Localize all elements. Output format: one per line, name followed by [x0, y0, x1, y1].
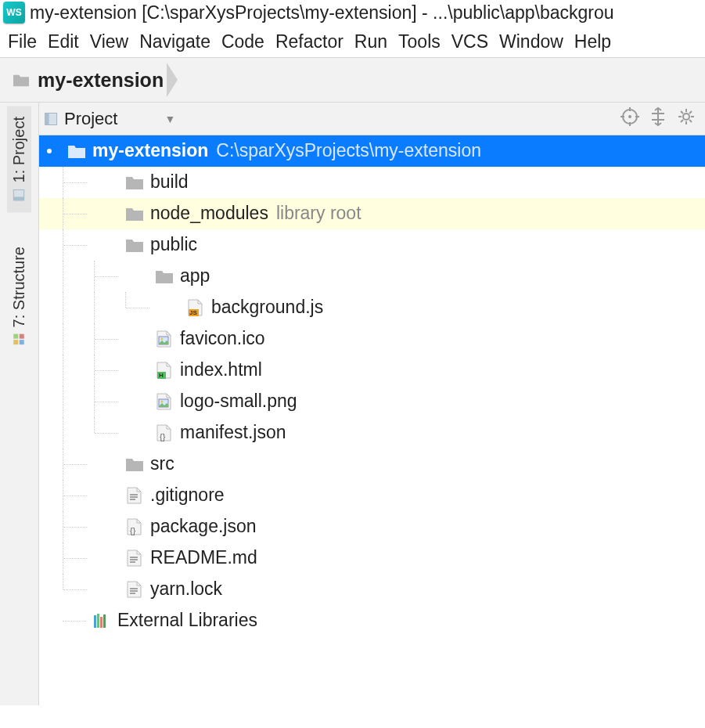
tree-node-file[interactable]: .gitignore — [39, 480, 705, 511]
tree-node-label: index.html — [180, 355, 262, 385]
image-file-icon — [155, 330, 174, 348]
menu-file[interactable]: File — [5, 30, 40, 54]
menu-tools[interactable]: Tools — [395, 30, 444, 54]
tree-node-label: package.json — [150, 511, 257, 542]
html-file-icon — [155, 362, 174, 379]
libraries-icon — [92, 612, 111, 629]
tree-node-file[interactable]: logo-small.png — [39, 386, 705, 417]
project-view-icon — [44, 111, 59, 127]
window-titlebar: WS my-extension [C:\sparXysProjects\my-e… — [0, 0, 705, 27]
menu-view[interactable]: View — [87, 30, 131, 54]
app-logo-icon: WS — [3, 2, 25, 23]
tree-node-label: manifest.json — [180, 417, 286, 448]
folder-icon — [125, 236, 144, 254]
folder-icon — [125, 174, 144, 191]
tree-node-path: C:\sparXysProjects\my-extension — [216, 135, 481, 166]
selection-marker-icon — [47, 149, 52, 153]
tree-node-file[interactable]: README.md — [39, 542, 705, 574]
tree-node-file[interactable]: index.html — [39, 355, 705, 386]
menu-navigate[interactable]: Navigate — [136, 30, 214, 54]
json-file-icon — [125, 518, 144, 535]
tree-node-folder[interactable]: src — [39, 449, 705, 480]
tree-node-folder[interactable]: app — [39, 261, 705, 292]
navigation-bar: my-extension — [0, 57, 705, 103]
tree-node-file[interactable]: yarn.lock — [39, 574, 705, 605]
breadcrumb-chevron-icon — [167, 63, 178, 97]
text-file-icon — [125, 487, 144, 504]
window-title: my-extension [C:\sparXysProjects\my-exte… — [30, 2, 614, 23]
tool-tab-label: 1: Project — [10, 117, 28, 182]
tree-node-folder[interactable]: build — [39, 167, 705, 198]
scroll-from-source-icon[interactable] — [616, 107, 644, 131]
folder-icon — [125, 205, 144, 222]
json-file-icon — [155, 424, 174, 441]
collapse-all-icon[interactable] — [644, 107, 672, 131]
tree-node-folder[interactable]: node_modules library root — [39, 198, 705, 229]
project-icon — [13, 187, 27, 201]
project-panel-header: Project ▼ — [39, 103, 705, 135]
menu-refactor[interactable]: Refactor — [272, 30, 347, 54]
tree-node-label: .gitignore — [150, 480, 225, 510]
project-tree[interactable]: my-extension C:\sparXysProjects\my-exten… — [39, 135, 705, 636]
tree-node-label: app — [180, 261, 210, 291]
menu-code[interactable]: Code — [218, 30, 268, 54]
tree-node-external-libraries[interactable]: External Libraries — [39, 605, 705, 636]
project-tool-window: Project ▼ my-extension C:\sparXysProject… — [39, 103, 705, 705]
tree-node-label: README.md — [150, 542, 257, 573]
tree-node-file[interactable]: favicon.ico — [39, 323, 705, 355]
tree-node-label: background.js — [211, 292, 323, 323]
tree-node-label: node_modules — [150, 198, 268, 229]
tree-node-folder[interactable]: public — [39, 229, 705, 261]
js-file-icon — [186, 299, 205, 316]
text-file-icon — [125, 550, 144, 567]
tool-tab-label: 7: Structure — [10, 247, 28, 327]
tree-node-file[interactable]: background.js — [39, 292, 705, 323]
tree-node-file[interactable]: package.json — [39, 511, 705, 542]
image-file-icon — [155, 393, 174, 410]
structure-icon — [13, 333, 27, 347]
breadcrumb-label: my-extension — [38, 69, 164, 92]
tree-node-label: build — [150, 167, 189, 197]
tree-node-label: logo-small.png — [180, 386, 297, 416]
tree-node-label: my-extension — [92, 135, 208, 166]
left-tool-tabs: 1: Project 7: Structure — [0, 103, 39, 705]
tree-node-label: src — [150, 449, 174, 479]
project-view-selector[interactable]: Project — [64, 109, 117, 129]
main-menu: File Edit View Navigate Code Refactor Ru… — [0, 27, 705, 57]
folder-icon — [125, 456, 144, 473]
folder-icon — [67, 142, 86, 160]
tree-node-meta: library root — [276, 198, 361, 229]
tool-tab-structure[interactable]: 7: Structure — [7, 236, 31, 357]
settings-gear-icon[interactable] — [672, 107, 700, 131]
folder-icon — [11, 72, 31, 88]
tree-node-root[interactable]: my-extension C:\sparXysProjects\my-exten… — [39, 135, 705, 167]
menu-help[interactable]: Help — [571, 30, 614, 54]
folder-icon — [155, 268, 174, 285]
tree-node-label: yarn.lock — [150, 574, 222, 604]
menu-edit[interactable]: Edit — [45, 30, 82, 54]
tree-node-label: favicon.ico — [180, 323, 265, 354]
tree-node-file[interactable]: manifest.json — [39, 417, 705, 449]
menu-window[interactable]: Window — [496, 30, 567, 54]
breadcrumb-item[interactable]: my-extension — [11, 63, 184, 97]
text-file-icon — [125, 581, 144, 598]
tree-node-label: public — [150, 229, 197, 260]
chevron-down-icon[interactable]: ▼ — [164, 113, 175, 125]
menu-run[interactable]: Run — [351, 30, 390, 54]
tool-tab-project[interactable]: 1: Project — [7, 106, 31, 212]
tree-node-label: External Libraries — [117, 605, 257, 636]
menu-vcs[interactable]: VCS — [448, 30, 491, 54]
